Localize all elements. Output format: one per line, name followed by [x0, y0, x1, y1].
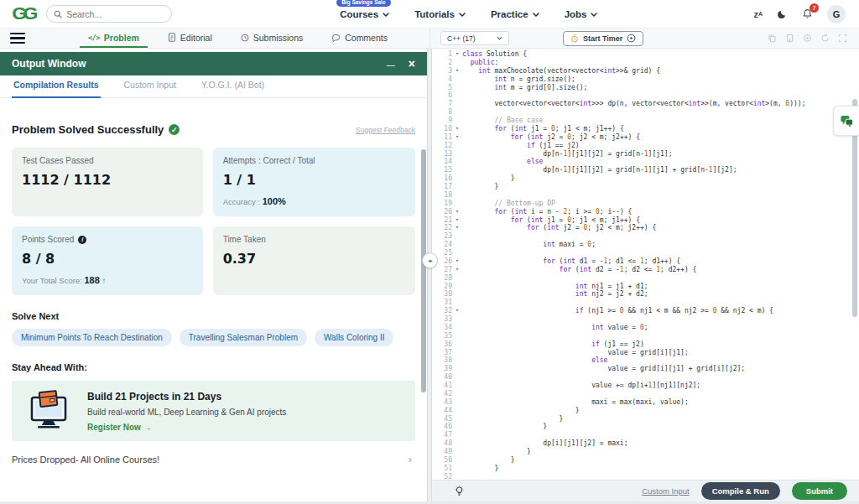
nav-menu-practice[interactable]: Practice: [491, 9, 539, 19]
chat-flyout-button[interactable]: [833, 106, 859, 136]
code-line[interactable]: 7 vector<vector<vector<int>>> dp(n, vect…: [432, 100, 851, 108]
avatar[interactable]: G: [827, 5, 846, 23]
nav-menu-jobs[interactable]: Jobs: [565, 9, 598, 19]
code-line[interactable]: 15 dp[n-1][j1][j2] = grid[n-1][j1] + gri…: [432, 166, 851, 174]
fold-toggle-icon[interactable]: ▾: [452, 224, 462, 232]
fold-toggle-icon[interactable]: ▾: [452, 125, 462, 133]
output-tab-2[interactable]: Y.O.G.I. (AI Bot): [200, 80, 266, 98]
tab-editorial[interactable]: Editorial: [159, 29, 221, 48]
gfg-logo[interactable]: GG: [12, 4, 34, 23]
code-line[interactable]: 21▾ for (int j1 = 0; j1 < m; j1++) {: [432, 216, 851, 225]
prices-banner[interactable]: Prices Dropped- All Online Courses! ›: [12, 453, 415, 465]
code-line[interactable]: 28: [432, 274, 851, 283]
minimize-button[interactable]: —: [387, 61, 395, 70]
tab-submissions[interactable]: Submissions: [232, 29, 312, 48]
code-line[interactable]: 26▾ for (int d1 = -1; d1 <= 1; d1++) {: [432, 257, 851, 266]
suggest-feedback-link[interactable]: Suggest Feedback: [356, 126, 415, 134]
code-line[interactable]: 12 if (j1 == j2): [432, 142, 851, 150]
compile-run-button[interactable]: Compile & Run: [701, 482, 780, 500]
hamburger-menu-icon[interactable]: [10, 33, 25, 44]
code-line[interactable]: 49 }: [432, 448, 851, 456]
code-line[interactable]: 46 }: [432, 423, 851, 431]
code-line[interactable]: 30 int nj2 = j2 + d2;: [432, 290, 851, 299]
fold-toggle-icon[interactable]: ▾: [452, 216, 462, 225]
code-line[interactable]: 17 }: [432, 183, 851, 191]
code-line[interactable]: 5 int m = grid[0].size();: [432, 84, 851, 92]
code-line[interactable]: 9 // Base case: [432, 117, 851, 125]
code-line[interactable]: 36 if (j1 == j2): [432, 340, 851, 349]
notifications-bell-icon[interactable]: 7: [802, 8, 813, 19]
code-line[interactable]: 2 public:: [432, 59, 851, 67]
code-line[interactable]: 42: [432, 390, 851, 398]
translate-icon[interactable]: zA: [753, 9, 763, 19]
bookmark-icon[interactable]: [785, 34, 794, 43]
fold-toggle-icon[interactable]: ▾: [452, 208, 462, 216]
code-line[interactable]: 40: [432, 373, 851, 382]
code-line[interactable]: 8: [432, 108, 851, 117]
code-line[interactable]: 52: [432, 473, 851, 480]
close-button[interactable]: ×: [409, 58, 415, 70]
code-line[interactable]: 11▾ for (int j2 = 0; j2 < m; j2++) {: [432, 133, 851, 142]
output-tab-1[interactable]: Custom Input: [122, 80, 178, 98]
code-line[interactable]: 37 value = grid[i][j1];: [432, 349, 851, 357]
divider-handle[interactable]: ◂▸: [422, 252, 438, 268]
start-timer-button[interactable]: Start Timer: [563, 31, 643, 46]
nav-menu-courses[interactable]: Big Savings SaleCourses: [340, 9, 389, 19]
code-line[interactable]: 43 maxi = max(maxi, value);: [432, 398, 851, 407]
solve-next-chip[interactable]: Walls Coloring II: [315, 329, 393, 346]
left-panel-scrollbar[interactable]: [421, 149, 426, 392]
tab-problem[interactable]: </>Problem: [80, 29, 148, 48]
code-line[interactable]: 47: [432, 431, 851, 439]
code-line[interactable]: 51 }: [432, 465, 851, 473]
search-box[interactable]: [46, 5, 172, 23]
fold-toggle-icon[interactable]: ▾: [452, 50, 462, 59]
search-input[interactable]: [66, 9, 164, 19]
reset-icon[interactable]: [820, 34, 830, 43]
fold-toggle-icon[interactable]: ▾: [452, 133, 462, 142]
solve-next-chip[interactable]: Minimum Points To Reach Destination: [12, 329, 172, 346]
code-line[interactable]: 33: [432, 315, 851, 324]
code-line[interactable]: 14 else: [432, 158, 851, 166]
code-line[interactable]: 39 value = grid[i][j1] + grid[i][j2];: [432, 365, 851, 373]
submit-button[interactable]: Submit: [792, 482, 847, 500]
code-line[interactable]: 4 int n = grid.size();: [432, 75, 851, 84]
code-line[interactable]: 38 else: [432, 356, 851, 365]
code-line[interactable]: 10▾ for (int j1 = 0; j1 < m; j1++) {: [432, 125, 851, 133]
fold-toggle-icon[interactable]: ▾: [452, 67, 462, 75]
code-line[interactable]: 20▾ for (int i = n - 2; i >= 0; i--) {: [432, 208, 851, 216]
code-line[interactable]: 19 // Bottom-up DP: [432, 200, 851, 208]
code-line[interactable]: 32▾ if (nj1 >= 0 && nj1 < m && nj2 >= 0 …: [432, 307, 851, 315]
fold-toggle-icon[interactable]: ▾: [452, 257, 462, 266]
code-editor[interactable]: 1▾class Solution {2 public:3▾ int maxCho…: [432, 50, 851, 480]
copy-icon[interactable]: [768, 34, 777, 43]
code-line[interactable]: 44 }: [432, 407, 851, 415]
code-line[interactable]: 35: [432, 332, 851, 340]
info-icon[interactable]: i: [78, 236, 86, 244]
output-tab-0[interactable]: Compilation Results: [12, 80, 101, 98]
tab-comments[interactable]: Comments: [323, 29, 396, 48]
code-line[interactable]: 6: [432, 91, 851, 100]
code-line[interactable]: 18: [432, 191, 851, 200]
code-line[interactable]: 45 }: [432, 415, 851, 423]
code-line[interactable]: 13 dp[n-1][j1][j2] = grid[n-1][j1];: [432, 150, 851, 158]
fold-toggle-icon[interactable]: ▾: [452, 307, 462, 315]
settings-icon[interactable]: [803, 34, 812, 43]
promo-card[interactable]: Build 21 Projects in 21 Days Build real-…: [12, 381, 415, 441]
code-line[interactable]: 31: [432, 299, 851, 307]
code-line[interactable]: 22▾ for (int j2 = 0; j2 < m; j2++) {: [432, 224, 851, 232]
code-line[interactable]: 41 value += dp[i+1][nj1][nj2];: [432, 382, 851, 390]
code-line[interactable]: 23: [432, 232, 851, 241]
code-line[interactable]: 29 int nj1 = j1 + d1;: [432, 283, 851, 291]
code-line[interactable]: 34 int value = 0;: [432, 324, 851, 332]
code-line[interactable]: 3▾ int maxChocolate(vector<vector<int>>&…: [432, 67, 851, 75]
custom-input-link[interactable]: Custom Input: [642, 486, 690, 496]
code-line[interactable]: 25: [432, 249, 851, 257]
language-select[interactable]: C++ (17): [440, 31, 509, 45]
code-line[interactable]: 48 dp[i][j1][j2] = maxi;: [432, 439, 851, 448]
panel-divider[interactable]: ◂▸: [427, 49, 432, 504]
code-line[interactable]: 24 int maxi = 0;: [432, 241, 851, 249]
code-line[interactable]: 27▾ for (int d2 = -1; d2 <= 1; d2++) {: [432, 266, 851, 274]
code-line[interactable]: 16 }: [432, 174, 851, 183]
nav-menu-tutorials[interactable]: Tutorials: [414, 9, 466, 19]
code-line[interactable]: 1▾class Solution {: [432, 50, 851, 59]
